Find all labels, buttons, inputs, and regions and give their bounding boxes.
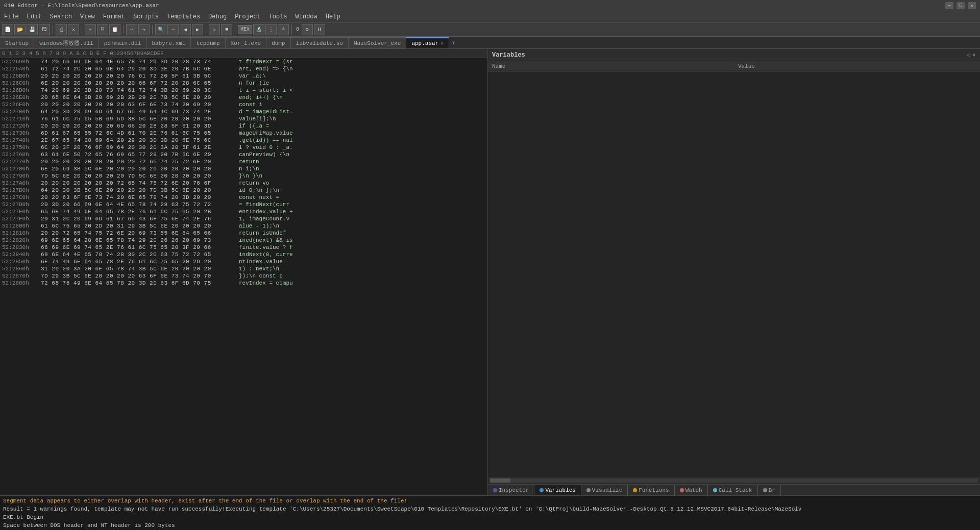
right-tab-visualize[interactable]: Visualize [581,485,628,495]
hex-row[interactable]: 52:2740h2E 67 65 74 28 69 64 29 29 20 3D… [0,137,487,144]
hex-bytes[interactable]: 20 20 63 6F 6E 73 74 20 6E 65 78 74 20 3… [41,194,235,201]
hex-bytes[interactable]: 64 20 3D 20 69 6D 61 67 65 49 64 4C 69 7… [41,108,235,115]
tab-startup[interactable]: Startup [0,37,34,48]
inspect-button[interactable]: 🔬 [253,24,264,35]
hex-row[interactable]: 52:2830h66 69 6E 69 74 65 2E 76 61 6C 75… [0,244,487,251]
pause-button[interactable]: ⏸ [314,24,325,35]
hex-bytes[interactable]: 20 65 6E 64 3B 20 69 2B 2B 29 20 7B 5C 6… [41,94,235,101]
hex-ascii[interactable]: end; i++) {\n [235,94,487,101]
right-tab-variables[interactable]: Variables [534,485,581,495]
output-content[interactable]: Segment data appears to either overlap w… [0,496,980,530]
hex-input-field[interactable]: HEX [238,25,252,34]
hex-row[interactable]: 52:27F0h20 31 2C 20 69 6D 61 67 65 43 6F… [0,215,487,222]
redo-button[interactable]: ↪ [138,24,150,35]
hex-row[interactable]: 52:27B0h64 20 30 3B 5C 6E 20 20 20 20 7D… [0,187,487,194]
tab-tcpdump[interactable]: tcpdump [191,37,225,48]
close-button[interactable]: ✕ [968,2,976,9]
hex-ascii[interactable]: revIndex = compu [235,280,487,287]
hex-row[interactable]: 52:26E0h20 65 6E 64 3B 20 69 2B 2B 29 20… [0,94,487,101]
hex-ascii[interactable]: var _a;\ [235,72,487,80]
hex-ascii[interactable]: 1) : next;\n [235,265,487,272]
menu-item-scripts[interactable]: Scripts [129,11,163,22]
forward-button[interactable]: ▶ [192,24,203,35]
tab-xor-1-exe[interactable]: Xor_1.exe [226,37,266,48]
undo-button[interactable]: ↩ [126,24,137,35]
hex-row[interactable]: 52:2860h31 29 20 3A 20 6E 65 78 74 3B 5C… [0,265,487,272]
close-file-button[interactable]: ✕ [68,24,79,35]
hex-ascii[interactable]: t findNext = (st [235,58,487,65]
hex-row[interactable]: 52:2820h69 6E 65 64 28 6E 65 78 74 29 20… [0,237,487,244]
hex-ascii[interactable]: const i [235,101,487,108]
print-button[interactable]: 🖨 [56,24,67,35]
find-button[interactable]: 🔍 [155,24,166,35]
hex-row[interactable]: 52:2770h20 20 20 20 20 20 20 20 20 72 65… [0,158,487,165]
tab-close-button[interactable]: ✕ [440,40,444,46]
menu-item-view[interactable]: View [76,11,99,22]
hex-ascii[interactable]: if ((_a = [235,122,487,130]
hex-bytes[interactable]: 7D 29 3B 5C 6E 20 20 20 20 63 6F 6E 73 7… [41,272,235,280]
hex-row[interactable]: 52:27E0h65 6E 74 49 6E 64 65 78 2E 76 61… [0,208,487,215]
right-panel-scrollbar[interactable] [488,477,980,484]
hex-bytes[interactable]: 20 31 2C 20 69 6D 61 67 65 43 6F 75 6E 7… [41,215,235,222]
hex-ascii[interactable]: }\n }\n [235,172,487,180]
hex-ascii[interactable]: 1, imageCount.v [235,215,487,222]
hex-bytes[interactable]: 20 3D 20 66 69 6E 64 4E 65 78 74 28 63 7… [41,201,235,208]
open-button[interactable]: 📂 [14,24,26,35]
tab-windows----dll[interactable]: windows播放器.dll [34,37,99,48]
run-template-button[interactable]: ▷ [209,24,220,35]
paste-button[interactable]: 📋 [109,24,120,35]
right-tab-watch[interactable]: Watch [675,485,708,495]
hex-bytes[interactable]: 64 20 30 3B 5C 6E 20 20 20 20 7D 3B 5C 6… [41,187,235,194]
menu-item-edit[interactable]: Edit [23,11,46,22]
tab-pdfmain-dll[interactable]: pdfmain.dll [99,37,147,48]
goto-button[interactable]: → [167,24,179,35]
hex-row[interactable]: 52:2810h20 20 72 65 74 75 72 6E 20 69 73… [0,230,487,237]
hex-ascii[interactable]: const next = [235,194,487,201]
hex-bytes[interactable]: 6E 20 20 20 20 20 20 20 20 66 6F 72 20 2… [41,80,235,87]
hex-row[interactable]: 52:27A0h20 20 20 20 20 20 20 72 65 74 75… [0,180,487,187]
hex-ascii[interactable]: ntIndex.value - [235,258,487,265]
right-tab-br[interactable]: Br [758,485,781,495]
hex-row[interactable]: 52:2700h64 20 3D 20 69 6D 61 67 65 49 64… [0,108,487,115]
scroll-thumb[interactable] [490,478,510,483]
hex-bytes[interactable]: 74 20 66 69 6E 64 4E 65 78 74 20 3D 20 2… [41,58,235,65]
hex-ascii[interactable]: alue - 1);\n [235,222,487,230]
hex-row[interactable]: 52:27C0h20 20 63 6F 6E 73 74 20 6E 65 78… [0,194,487,201]
menu-item-format[interactable]: Format [99,11,129,22]
hex-bytes[interactable]: 61 72 74 2C 20 65 6E 64 29 20 3D 3E 20 7… [41,65,235,72]
hex-row[interactable]: 52:2710h76 61 6C 75 65 5B 69 5D 3B 5C 6E… [0,115,487,122]
hex-ascii[interactable]: return vo [235,180,487,187]
options-button[interactable]: ⚙ [302,24,313,35]
new-button[interactable]: 📄 [2,24,13,35]
hex-row[interactable]: 52:27D0h20 3D 20 66 69 6E 64 4E 65 78 74… [0,201,487,208]
tab-libvalidate-so[interactable]: libvalidate.so [291,37,349,48]
hex-bytes[interactable]: 2E 67 65 74 28 69 64 29 29 20 3D 3D 20 6… [41,137,235,144]
hex-bytes[interactable]: 7D 5C 6E 20 20 20 20 20 7D 5C 6E 20 20 2… [41,172,235,180]
hex-bytes[interactable]: 20 20 72 65 74 75 72 6E 20 69 73 55 6E 6… [41,230,235,237]
save-all-button[interactable]: 🖫 [39,24,50,35]
save-button[interactable]: 💾 [27,24,38,35]
hex-ascii[interactable]: ined(next) && is [235,237,487,244]
hex-bytes[interactable]: 6E 20 69 3B 5C 6E 20 20 20 20 20 20 20 2… [41,165,235,172]
hex-bytes[interactable]: 31 29 20 3A 20 6E 65 78 74 3B 5C 6E 20 2… [41,265,235,272]
menu-item-file[interactable]: File [0,11,23,22]
compare-button[interactable]: ≟ [278,24,289,35]
tab-app-asar[interactable]: app.asar ✕ [406,37,449,48]
hex-row[interactable]: 52:2800h61 6C 75 65 20 2D 20 31 29 3B 5C… [0,222,487,230]
hex-row[interactable]: 52:2850h6E 74 49 6E 64 65 78 2E 76 61 6C… [0,258,487,265]
hex-ascii[interactable]: entIndex.value + [235,208,487,215]
menu-item-help[interactable]: Help [322,11,345,22]
hex-row[interactable]: 52:2750h6C 20 3F 20 76 6F 69 64 20 30 20… [0,144,487,151]
hex-row[interactable]: 52:26D0h74 20 69 20 3D 20 73 74 61 72 74… [0,87,487,94]
hex-row[interactable]: 52:26F0h20 20 20 20 20 20 20 20 63 6F 6E… [0,101,487,108]
hex-bytes[interactable]: 6E 74 49 6E 64 65 78 2E 76 61 6C 75 65 2… [41,258,235,265]
menu-item-project[interactable]: Project [231,11,264,22]
hex-ascii[interactable]: mageUrlMap.value [235,130,487,137]
hex-row[interactable]: 52:2780h6E 20 69 3B 5C 6E 20 20 20 20 20… [0,165,487,172]
hex-bytes[interactable]: 69 6E 64 4E 65 78 74 28 30 2C 20 63 75 7… [41,251,235,258]
hex-ascii[interactable]: n for (le [235,80,487,87]
hex-row[interactable]: 52:26C0h6E 20 20 20 20 20 20 20 20 66 6F… [0,80,487,87]
hex-row[interactable]: 52:2790h7D 5C 6E 20 20 20 20 20 7D 5C 6E… [0,172,487,180]
cut-button[interactable]: ✂ [85,24,96,35]
hex-ascii[interactable]: l ? void 0 : _a. [235,144,487,151]
